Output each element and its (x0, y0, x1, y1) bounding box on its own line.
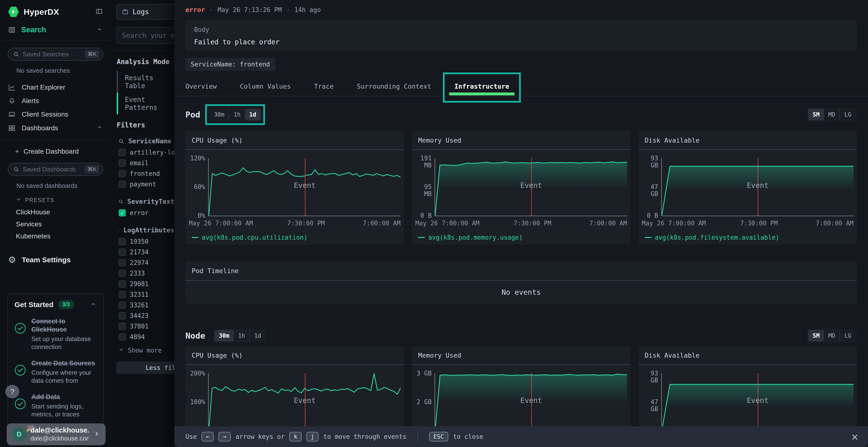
legend-swatch (418, 237, 425, 238)
checkbox[interactable] (119, 170, 126, 177)
size-md[interactable]: MD (824, 109, 840, 121)
filter-option[interactable]: 4894 (111, 332, 174, 342)
mode-event-patterns[interactable]: Event Patterns (117, 93, 174, 114)
chevron-up-icon[interactable] (90, 301, 96, 308)
tab-overview[interactable]: Overview (185, 82, 217, 90)
nav-label: Dashboards (22, 124, 58, 132)
tab-surrounding-context[interactable]: Surrounding Context (357, 82, 431, 90)
get-started-item[interactable]: Add Data Start sending logs, metrics, or… (14, 393, 96, 418)
size-md[interactable]: MD (824, 330, 840, 342)
range-30m[interactable]: 30m (215, 330, 234, 342)
k-key: k (289, 432, 301, 442)
filter-option[interactable]: payment (111, 179, 174, 190)
y-axis-tick: 60% (194, 183, 205, 191)
size-lg[interactable]: LG (840, 109, 856, 121)
user-account-bar[interactable]: D dale@clickhouse.com dale@clickhouse.co… (7, 423, 105, 445)
size-sm[interactable]: SM (808, 330, 824, 342)
filter-option[interactable]: 22974 (111, 257, 174, 268)
get-started-header[interactable]: Get Started 3/3 (14, 300, 96, 309)
show-more-toggle[interactable]: Show more (118, 347, 174, 354)
checkbox[interactable] (119, 238, 126, 245)
filter-option-checked[interactable]: error (111, 208, 174, 218)
presets-toggle[interactable]: PRESETS (16, 196, 111, 204)
filter-option[interactable]: 32311 (111, 289, 174, 300)
chart-pod-disk: Disk Available 93 GB47 GB0 B Event May 2… (639, 131, 857, 244)
create-dashboard-button[interactable]: + Create Dashboard (0, 141, 111, 156)
filter-option[interactable]: 33261 (111, 300, 174, 310)
tab-infrastructure[interactable]: Infrastructure (455, 82, 509, 90)
range-30m[interactable]: 30m (210, 109, 228, 121)
checkbox[interactable] (119, 333, 126, 341)
x-axis-tick: 7:30:00 PM (740, 220, 778, 227)
sidebar-collapse-icon[interactable] (95, 8, 103, 16)
get-started-item[interactable]: Create Data Sources Configure where your… (14, 359, 96, 385)
filter-option[interactable]: 34423 (111, 310, 174, 321)
sidebar-item-search[interactable]: Search (0, 22, 111, 40)
esc-key: ESC (429, 432, 448, 442)
checkbox[interactable] (119, 149, 126, 156)
filter-option[interactable]: 19350 (111, 236, 174, 247)
user-email: dale@clickhouse.com (30, 426, 89, 434)
filter-option[interactable]: artillery-load (111, 147, 174, 158)
filter-option[interactable]: 21734 (111, 247, 174, 257)
mode-results-table[interactable]: Results Table (117, 71, 174, 93)
checkbox[interactable] (119, 248, 126, 256)
size-lg[interactable]: LG (840, 330, 856, 342)
range-1h[interactable]: 1h (234, 330, 249, 342)
y-axis-labels: 93 GB47 GB0 B (641, 158, 658, 215)
chevron-up-icon[interactable] (96, 26, 103, 33)
tab-trace[interactable]: Trace (314, 82, 334, 90)
filter-group-severitytext[interactable]: SeverityText (118, 198, 174, 205)
checkbox-checked[interactable] (119, 209, 126, 216)
service-name-tag[interactable]: ServiceName: frontend (185, 58, 275, 71)
brand-title: HyperDX (24, 7, 59, 16)
help-button[interactable]: ? (5, 385, 19, 398)
checkbox[interactable] (119, 312, 126, 319)
filter-option-label: 2333 (130, 270, 145, 277)
get-started-item[interactable]: Connect to ClickHouse Set up your databa… (14, 317, 96, 351)
nav-label: Chart Explorer (22, 83, 65, 91)
filter-option-label: 34423 (130, 312, 149, 319)
range-1d[interactable]: 1d (245, 109, 261, 121)
checkbox[interactable] (119, 160, 126, 167)
y-axis-tick: 0 B (420, 212, 432, 219)
filter-option[interactable]: 29081 (111, 279, 174, 289)
sidebar-item-alerts[interactable]: Alerts (0, 94, 111, 108)
checkbox[interactable] (119, 181, 126, 188)
sidebar-item-team-settings[interactable]: ⚙ Team Settings (8, 255, 111, 264)
checkbox[interactable] (119, 259, 126, 266)
preset-clickhouse[interactable]: ClickHouse (16, 208, 111, 216)
hint-use: Use (185, 433, 197, 440)
checkbox[interactable] (119, 270, 126, 277)
preset-kubernetes[interactable]: Kubernetes (16, 232, 111, 240)
checkbox[interactable] (119, 291, 126, 298)
close-icon[interactable]: × (851, 431, 858, 442)
preset-services[interactable]: Services (16, 220, 111, 228)
saved-searches-input[interactable]: Saved Searches ⌘K (8, 48, 103, 61)
less-filters-button[interactable]: Less filters (116, 362, 174, 374)
check-circle-icon (14, 359, 26, 385)
checkbox[interactable] (119, 280, 126, 287)
size-sm[interactable]: SM (808, 109, 824, 121)
chevron-up-icon[interactable] (96, 124, 103, 132)
filter-option[interactable]: frontend (111, 168, 174, 179)
chart-icon (8, 84, 16, 91)
filter-option[interactable]: 2333 (111, 268, 174, 279)
sidebar-item-dashboards[interactable]: Dashboards (0, 121, 111, 135)
sidebar-item-client-sessions[interactable]: Client Sessions (0, 108, 111, 121)
sidebar-item-chart-explorer[interactable]: Chart Explorer (0, 81, 111, 94)
saved-dashboards-input[interactable]: Saved Dashboards ⌘K (8, 163, 103, 176)
checkbox[interactable] (119, 302, 126, 309)
event-search-input[interactable]: Search your ev (116, 27, 174, 44)
filter-option[interactable]: 37801 (111, 321, 174, 332)
range-1d[interactable]: 1d (249, 330, 266, 342)
filter-group-logattributes[interactable]: LogAttributes (118, 227, 174, 234)
source-select[interactable]: Logs (116, 4, 174, 20)
gear-icon: ⚙ (8, 255, 16, 264)
range-1h[interactable]: 1h (229, 109, 245, 121)
sidebar: HyperDX Search Saved Searches ⌘K No save… (0, 0, 112, 447)
tab-column-values[interactable]: Column Values (240, 82, 291, 90)
checkbox[interactable] (119, 323, 126, 330)
filter-group-servicename[interactable]: ServiceName (118, 137, 174, 145)
filter-option[interactable]: email (111, 158, 174, 168)
